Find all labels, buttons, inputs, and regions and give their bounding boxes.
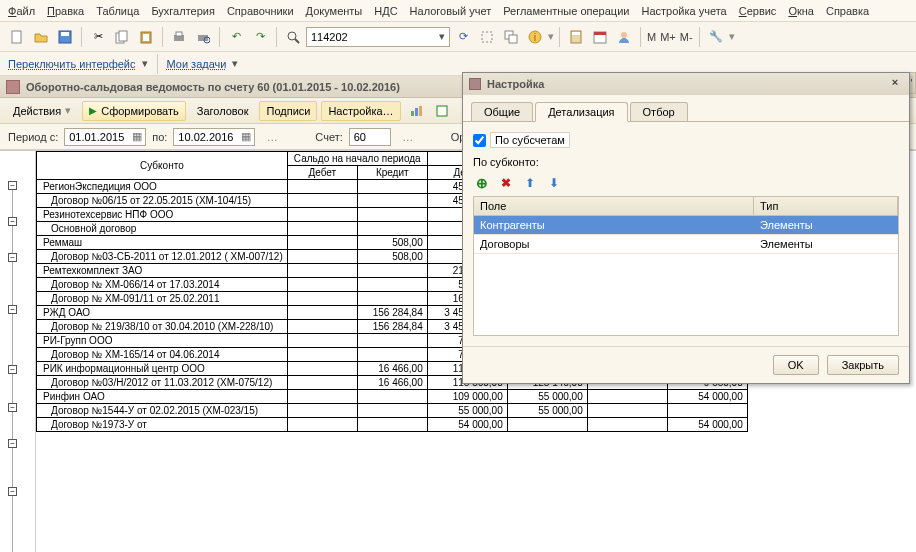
add-icon[interactable]: ⊕ <box>473 174 491 192</box>
svg-rect-13 <box>482 32 492 42</box>
list-item[interactable]: ДоговорыЭлементы <box>474 235 898 254</box>
delete-icon[interactable]: ✖ <box>497 174 515 192</box>
settings-button[interactable]: Настройка… <box>321 101 400 121</box>
menu-accounting[interactable]: Бухгалтерия <box>151 5 215 17</box>
menu-table[interactable]: Таблица <box>96 5 139 17</box>
tree-toggle[interactable]: − <box>8 217 17 226</box>
date-from-input[interactable] <box>65 131 129 143</box>
cut-icon[interactable]: ✂ <box>87 26 109 48</box>
close-icon[interactable]: × <box>887 76 903 92</box>
account-label: Счет: <box>315 131 342 143</box>
account-field[interactable] <box>349 128 391 146</box>
mem-mplus[interactable]: M+ <box>659 31 677 43</box>
dialog-footer: OK Закрыть <box>463 346 909 383</box>
search-input[interactable] <box>307 28 435 46</box>
user-icon[interactable] <box>613 26 635 48</box>
chart-icon[interactable] <box>405 100 427 122</box>
wrench-icon[interactable]: 🔧 <box>705 26 727 48</box>
move-up-icon[interactable]: ⬆ <box>521 174 539 192</box>
table-row[interactable]: Договор №1544-У от 02.02.2015 (ХМ-023/15… <box>37 404 748 418</box>
menu-file[interactable]: Файл <box>8 5 35 17</box>
calc-icon[interactable] <box>565 26 587 48</box>
main-menu: Файл Правка Таблица Бухгалтерия Справочн… <box>0 0 916 22</box>
menu-tax[interactable]: Налоговый учет <box>410 5 492 17</box>
windows-icon[interactable] <box>500 26 522 48</box>
calendar-icon[interactable] <box>589 26 611 48</box>
menu-windows[interactable]: Окна <box>788 5 814 17</box>
move-down-icon[interactable]: ⬇ <box>545 174 563 192</box>
copy-icon[interactable] <box>111 26 133 48</box>
list-item[interactable]: КонтрагентыЭлементы <box>474 216 898 235</box>
tasks-dropdown-icon[interactable]: ▾ <box>232 57 238 70</box>
redo-icon[interactable]: ↷ <box>249 26 271 48</box>
signs-button[interactable]: Подписи <box>259 101 317 121</box>
selection-icon[interactable] <box>476 26 498 48</box>
menu-setup[interactable]: Настройка учета <box>641 5 726 17</box>
table-row[interactable]: Ринфин ОАО109 000,0055 000,0054 000,00 <box>37 390 748 404</box>
undo-icon[interactable]: ↶ <box>225 26 247 48</box>
menu-edit[interactable]: Правка <box>47 5 84 17</box>
chk-subaccounts[interactable] <box>473 134 486 147</box>
menu-reg[interactable]: Регламентные операции <box>503 5 629 17</box>
tab-general[interactable]: Общие <box>471 102 533 121</box>
switch-dropdown-icon[interactable]: ▾ <box>142 57 148 70</box>
open-icon[interactable] <box>30 26 52 48</box>
mem-mminus[interactable]: M- <box>679 31 694 43</box>
play-icon: ▶ <box>89 105 97 116</box>
tree-toggle[interactable]: − <box>8 403 17 412</box>
date-to-field[interactable]: ▦ <box>173 128 255 146</box>
menu-help[interactable]: Справка <box>826 5 869 17</box>
actions-dropdown[interactable]: Действия▾ <box>6 101 78 121</box>
ok-button[interactable]: OK <box>773 355 819 375</box>
search-combo[interactable]: ▾ <box>306 27 450 47</box>
wrench-dropdown-icon[interactable]: ▾ <box>729 30 735 43</box>
tree-toggle[interactable]: − <box>8 305 17 314</box>
close-button[interactable]: Закрыть <box>827 355 899 375</box>
calendar-from-icon[interactable]: ▦ <box>129 130 145 143</box>
svg-rect-2 <box>61 32 69 36</box>
col-subkonto: Субконто <box>37 152 288 180</box>
subkonto-list[interactable]: Поле Тип КонтрагентыЭлементыДоговорыЭлем… <box>473 196 899 336</box>
chevron-down-icon[interactable]: ▾ <box>435 30 449 43</box>
menu-service[interactable]: Сервис <box>739 5 777 17</box>
subkonto-label: По субконто: <box>473 156 899 168</box>
tree-toggle[interactable]: − <box>8 439 17 448</box>
col-saldo-begin: Сальдо на начало периода <box>287 152 427 166</box>
help-dropdown-icon[interactable]: ▾ <box>548 30 554 43</box>
switch-interface-link[interactable]: Переключить интерфейс <box>8 58 136 70</box>
period-picker-icon[interactable]: … <box>261 126 283 148</box>
svg-rect-4 <box>119 31 127 41</box>
date-from-field[interactable]: ▦ <box>64 128 146 146</box>
save-icon[interactable] <box>54 26 76 48</box>
paste-icon[interactable] <box>135 26 157 48</box>
tab-detail[interactable]: Детализация <box>535 102 627 122</box>
menu-vat[interactable]: НДС <box>374 5 397 17</box>
account-picker-icon[interactable]: … <box>397 126 419 148</box>
date-to-input[interactable] <box>174 131 238 143</box>
tree-toggle[interactable]: − <box>8 253 17 262</box>
header-button[interactable]: Заголовок <box>190 101 256 121</box>
table-row[interactable]: Договор №1973-У от54 000,0054 000,00 <box>37 418 748 432</box>
svg-rect-15 <box>509 35 517 43</box>
form-button[interactable]: ▶Сформировать <box>82 101 186 121</box>
search-icon[interactable] <box>282 26 304 48</box>
tree-toggle[interactable]: − <box>8 487 17 496</box>
my-tasks-link[interactable]: Мои задачи <box>167 58 227 70</box>
print-preview-icon[interactable] <box>192 26 214 48</box>
menu-docs[interactable]: Документы <box>306 5 363 17</box>
tab-filter[interactable]: Отбор <box>630 102 688 121</box>
mem-m[interactable]: M <box>646 31 657 43</box>
tree-toggle[interactable]: − <box>8 365 17 374</box>
account-input[interactable] <box>350 131 390 143</box>
tree-gutter: − − − − − − − − <box>0 151 36 552</box>
export-icon[interactable] <box>431 100 453 122</box>
help-icon[interactable]: i <box>524 26 546 48</box>
print-icon[interactable] <box>168 26 190 48</box>
settings-icon <box>469 78 481 90</box>
calendar-to-icon[interactable]: ▦ <box>238 130 254 143</box>
menu-refs[interactable]: Справочники <box>227 5 294 17</box>
dialog-tabs: Общие Детализация Отбор <box>463 95 909 121</box>
refresh-icon[interactable]: ⟳ <box>452 26 474 48</box>
new-icon[interactable] <box>6 26 28 48</box>
tree-toggle[interactable]: − <box>8 181 17 190</box>
